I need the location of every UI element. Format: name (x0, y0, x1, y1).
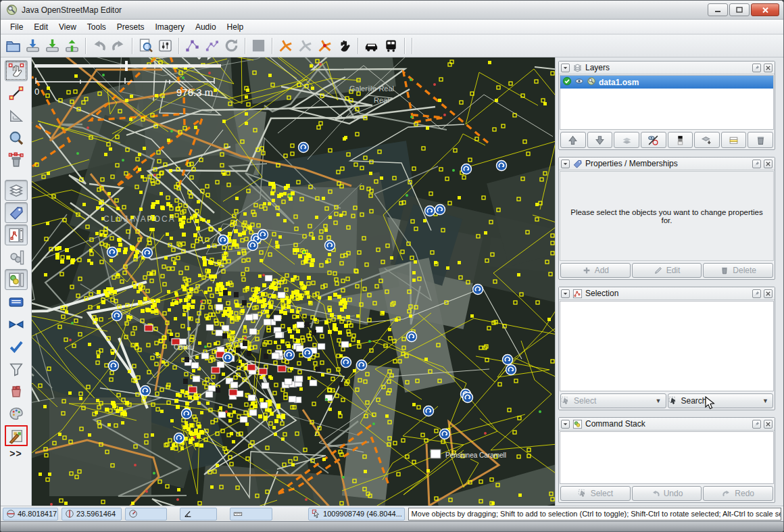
command-stack-panel: Command Stack Select Undo (558, 417, 775, 503)
selection-panel-collapse-button[interactable] (561, 289, 570, 298)
select-tool-button[interactable] (5, 60, 28, 81)
deltrash-tool-button[interactable] (5, 149, 28, 170)
menu-edit[interactable]: Edit (28, 21, 53, 33)
side-toolbar: >> (1, 57, 32, 506)
deltrash-icon (8, 152, 24, 168)
menu-presets[interactable]: Presets (112, 21, 150, 33)
search-button[interactable]: Search ▼ (668, 393, 774, 408)
uparrow-icon (567, 135, 579, 146)
delete-tag-button[interactable]: Delete (703, 263, 773, 278)
maximize-button[interactable] (729, 3, 750, 16)
properties-panel-pin-button[interactable] (752, 160, 761, 168)
car-button[interactable] (362, 36, 381, 55)
close-button[interactable] (751, 3, 779, 16)
searchdoc-icon (138, 38, 153, 53)
refresh-button[interactable] (222, 36, 241, 55)
keyboard-tool-button[interactable] (5, 291, 28, 312)
command-stack-pin-button[interactable] (752, 420, 761, 429)
upload-button[interactable] (62, 36, 82, 55)
layers-panel-close-button[interactable] (764, 64, 773, 72)
map-canvas[interactable]: 0976.3 mGaleriile RealRealCLUJ-NAPOCACen… (32, 57, 555, 506)
palette-tool-button[interactable] (5, 403, 28, 424)
search-dropdown-arrow[interactable]: ▼ (762, 397, 768, 404)
check-tool-button[interactable] (5, 336, 28, 357)
command-stack-close-button[interactable] (764, 420, 773, 429)
layers-panel-collapse-button[interactable] (561, 64, 570, 72)
download-button[interactable] (43, 36, 62, 55)
searchdoc-button[interactable] (136, 36, 155, 55)
move-layer-down-button[interactable] (587, 132, 613, 148)
selection-panel-close-button[interactable] (764, 289, 773, 298)
combine-off-button[interactable] (295, 36, 315, 55)
edit-tag-button[interactable]: Edit (632, 263, 702, 278)
heading-cell (125, 508, 166, 521)
measure-tool-button[interactable] (5, 105, 28, 126)
menu-file[interactable]: File (5, 21, 28, 33)
graysq-button[interactable] (249, 36, 268, 55)
bus-button[interactable] (381, 36, 401, 55)
selection-list[interactable] (560, 301, 774, 391)
hand-button[interactable] (335, 36, 354, 55)
side-toolbar-overflow-button[interactable]: >> (9, 448, 22, 459)
bucket-tool-button[interactable] (5, 381, 28, 402)
save-button[interactable] (23, 36, 43, 55)
purplenodes2-button[interactable] (202, 36, 222, 55)
undo-button[interactable]: Undo (632, 486, 702, 501)
redo-button[interactable] (109, 36, 128, 55)
menu-audio[interactable]: Audio (190, 21, 222, 33)
menu-tools[interactable]: Tools (82, 21, 112, 33)
properties-panel-title: Properties / Memberships (585, 159, 750, 168)
purplenodes2-icon (204, 38, 220, 53)
delete-layer-button[interactable] (748, 132, 773, 148)
minimize-button[interactable] (708, 3, 728, 16)
bus-icon (383, 38, 399, 53)
select-dropdown-arrow[interactable]: ▼ (656, 397, 662, 404)
layer-row-data1[interactable]: data1.osm (560, 76, 773, 89)
colordoc-tool-button[interactable] (5, 425, 28, 446)
layer-opacity-button[interactable] (668, 132, 693, 148)
cursor-select-icon (578, 489, 587, 498)
merge-layer-button[interactable] (614, 132, 639, 148)
command-stack-collapse-button[interactable] (561, 420, 570, 429)
menu-view[interactable]: View (53, 21, 82, 33)
drawline-tool-button[interactable] (5, 82, 28, 103)
layers-tool-button[interactable] (5, 180, 28, 201)
layers-panel-pin-button[interactable] (752, 64, 761, 72)
prefs-button[interactable] (155, 36, 175, 55)
layer-active-check-icon[interactable] (562, 76, 572, 88)
cmdgreen-tool-button[interactable] (5, 269, 28, 290)
layers-list[interactable]: data1.osm (560, 75, 774, 130)
distance-cell (230, 508, 272, 521)
command-select-button[interactable]: Select (560, 486, 631, 501)
sellist-tool-button[interactable] (5, 224, 28, 245)
unglue-button[interactable] (315, 36, 335, 55)
toggle-visibility-button[interactable] (641, 132, 666, 148)
combine-button[interactable] (276, 36, 295, 55)
duplicate-layer-button[interactable] (694, 132, 720, 148)
open-button[interactable] (3, 36, 23, 55)
conflict-tool-button[interactable] (5, 314, 28, 335)
purplenodes-button[interactable] (182, 36, 202, 55)
status-bar: 46.8018417 23.5961464 1009908749 (46.804… (1, 506, 783, 521)
map-view[interactable]: 0976.3 mGaleriile RealRealCLUJ-NAPOCACen… (32, 57, 555, 506)
undo-button[interactable] (89, 36, 109, 55)
layer-visibility-eye-icon[interactable] (574, 76, 584, 88)
select-objects-button[interactable]: Select ▼ (560, 393, 666, 408)
menu-imagery[interactable]: Imagery (150, 21, 190, 33)
undo-icon (91, 38, 107, 53)
properties-panel: Properties / Memberships Please select t… (558, 157, 775, 280)
selection-panel-pin-button[interactable] (752, 289, 761, 298)
angle-cell (180, 508, 217, 521)
add-tag-button[interactable]: Add (560, 263, 631, 278)
command-stack-list[interactable] (560, 431, 774, 484)
redo-button[interactable]: Redo (703, 486, 773, 501)
layer-style-button[interactable] (721, 132, 747, 148)
gears-tool-button[interactable] (5, 247, 28, 268)
move-layer-up-button[interactable] (560, 132, 586, 148)
tag-tool-button[interactable] (5, 202, 28, 223)
properties-panel-collapse-button[interactable] (561, 160, 570, 168)
funnel-tool-button[interactable] (5, 358, 28, 379)
menu-help[interactable]: Help (222, 21, 249, 33)
zoommag-tool-button[interactable] (5, 127, 28, 148)
properties-panel-close-button[interactable] (764, 160, 773, 168)
